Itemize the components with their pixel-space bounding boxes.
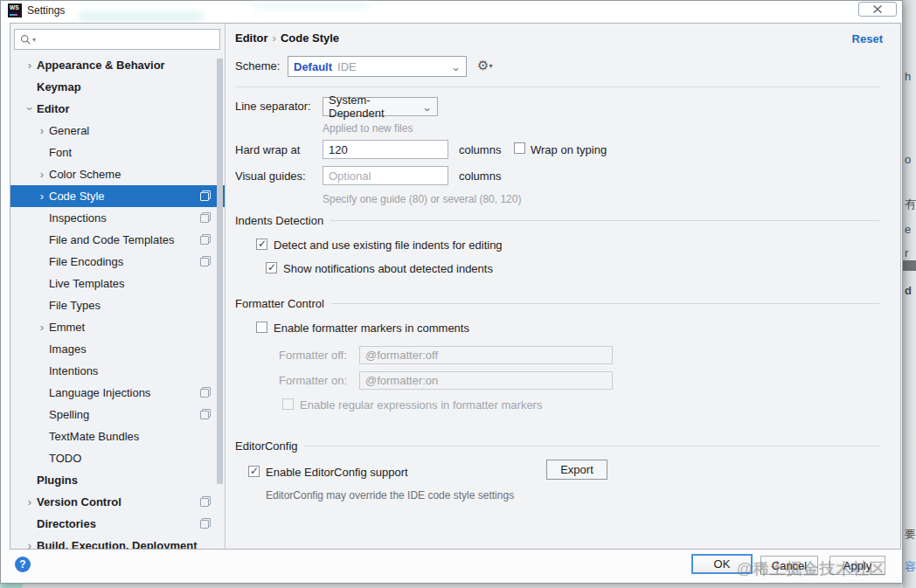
background-page-strip: ho有erd要容 xyxy=(903,0,916,588)
sidebar-item-label: TextMate Bundles xyxy=(47,430,139,443)
sidebar-item-spelling[interactable]: Spelling xyxy=(10,404,225,425)
sidebar-item-code-style[interactable]: ›Code Style xyxy=(10,185,225,207)
sidebar-item-emmet[interactable]: ›Emmet xyxy=(10,316,225,338)
sidebar-item-editor[interactable]: ›Editor xyxy=(10,98,225,120)
settings-window: WS Settings ▾ ›Appearance & BehaviorKeym… xyxy=(0,0,903,584)
sidebar-item-label: Directories xyxy=(35,517,96,530)
enable-editorconfig-label[interactable]: Enable EditorConfig support xyxy=(266,466,408,479)
webstorm-logo-icon: WS xyxy=(8,3,22,17)
breadcrumb: Editor›Code Style xyxy=(235,31,339,45)
sidebar-scrollbar[interactable] xyxy=(217,59,223,484)
indents-detection-section: Indents Detection xyxy=(235,214,879,227)
sidebar-item-file-and-code-templates[interactable]: File and Code Templates xyxy=(10,229,225,251)
sidebar-item-label: File Types xyxy=(47,299,101,312)
line-separator-label: Line separator: xyxy=(235,100,311,113)
visual-guides-label: Visual guides: xyxy=(235,169,306,183)
copy-settings-icon xyxy=(200,212,211,223)
background-text-fragment: 容 xyxy=(905,559,916,575)
background-smudge xyxy=(254,2,368,9)
wrap-on-typing-checkbox[interactable] xyxy=(514,142,525,154)
sidebar-item-build-execution-deployment[interactable]: ›Build, Execution, Deployment xyxy=(10,535,225,549)
close-button[interactable] xyxy=(858,2,897,17)
enable-editorconfig-checkbox[interactable] xyxy=(248,466,260,477)
sidebar-item-todo[interactable]: TODO xyxy=(10,447,225,469)
detect-file-indents-label[interactable]: Detect and use existing file indents for… xyxy=(274,239,503,252)
sidebar-item-general[interactable]: ›General xyxy=(10,120,225,142)
formatter-on-label: Formatter on: xyxy=(279,374,347,387)
sidebar-item-label: Images xyxy=(47,342,87,356)
apply-button[interactable]: Apply xyxy=(829,556,885,575)
expand-chevron-icon[interactable]: › xyxy=(24,495,35,508)
section-title: Indents Detection xyxy=(235,214,323,227)
search-options-caret-icon[interactable]: ▾ xyxy=(32,36,36,44)
sidebar-item-label: Color Scheme xyxy=(47,168,121,181)
detect-file-indents-checkbox[interactable] xyxy=(256,239,267,250)
scheme-gear-menu[interactable]: ⚙▾ xyxy=(477,58,492,73)
expand-chevron-icon[interactable]: › xyxy=(37,190,47,203)
wrap-on-typing-label[interactable]: Wrap on typing xyxy=(531,143,607,156)
ok-button[interactable]: OK xyxy=(691,554,753,574)
chevron-down-icon: › xyxy=(449,62,462,71)
sidebar-item-label: Inspections xyxy=(47,211,107,225)
search-input[interactable]: ▾ xyxy=(14,29,220,50)
close-icon xyxy=(873,5,882,13)
search-icon xyxy=(20,34,31,45)
sidebar-item-label: Font xyxy=(47,146,72,159)
sidebar-item-keymap[interactable]: Keymap xyxy=(10,76,225,98)
sidebar-item-version-control[interactable]: ›Version Control xyxy=(10,491,225,513)
sidebar-item-label: File and Code Templates xyxy=(47,233,175,246)
chevron-down-icon: › xyxy=(420,102,434,111)
cancel-button[interactable]: Cancel xyxy=(760,556,818,575)
background-text-fragment: 要 xyxy=(905,527,916,543)
formatter-control-section: Formatter Control xyxy=(235,297,879,310)
show-notifications-label[interactable]: Show notifications about detected indent… xyxy=(283,262,493,275)
visual-guides-input[interactable] xyxy=(323,166,448,185)
visual-guides-suffix: columns xyxy=(459,169,501,183)
copy-settings-icon xyxy=(200,256,211,266)
help-button[interactable]: ? xyxy=(15,557,31,572)
sidebar-item-directories[interactable]: Directories xyxy=(10,513,225,535)
breadcrumb-parent[interactable]: Editor xyxy=(235,31,268,45)
hard-wrap-label: Hard wrap at xyxy=(235,143,300,156)
expand-chevron-icon[interactable]: › xyxy=(37,321,47,334)
divider xyxy=(235,86,881,87)
sidebar-item-label: Language Injections xyxy=(47,386,150,399)
sidebar-item-label: Emmet xyxy=(47,321,85,334)
scheme-select[interactable]: Default IDE › xyxy=(288,56,467,77)
settings-tree: ›Appearance & BehaviorKeymap›Editor›Gene… xyxy=(10,54,225,549)
sidebar-item-file-types[interactable]: File Types xyxy=(10,294,225,316)
scheme-value: Default xyxy=(294,60,332,73)
expand-chevron-icon[interactable]: › xyxy=(37,168,47,181)
enable-formatter-markers-label[interactable]: Enable formatter markers in comments xyxy=(274,322,469,335)
sidebar-item-textmate-bundles[interactable]: TextMate Bundles xyxy=(10,425,225,447)
expand-chevron-icon[interactable]: › xyxy=(24,59,35,72)
sidebar-item-intentions[interactable]: Intentions xyxy=(10,360,225,382)
sidebar-item-appearance-behavior[interactable]: ›Appearance & Behavior xyxy=(10,54,225,76)
line-separator-hint: Applied to new files xyxy=(323,122,413,135)
sidebar-item-color-scheme[interactable]: ›Color Scheme xyxy=(10,163,225,185)
hard-wrap-input[interactable] xyxy=(323,140,448,159)
enable-formatter-markers-checkbox[interactable] xyxy=(256,322,267,333)
export-button[interactable]: Export xyxy=(546,460,607,480)
sidebar-item-plugins[interactable]: Plugins xyxy=(10,469,225,491)
expand-chevron-icon[interactable]: › xyxy=(24,104,37,114)
background-text-fragment: o xyxy=(905,153,911,166)
section-rule xyxy=(305,446,879,446)
sidebar-item-label: Intentions xyxy=(47,364,98,377)
dropdown-arrow-icon: ▾ xyxy=(489,62,492,70)
formatter-on-input xyxy=(359,371,613,390)
line-separator-select[interactable]: System-Dependent › xyxy=(323,97,438,116)
show-notifications-checkbox[interactable] xyxy=(266,262,277,273)
sidebar-item-file-encodings[interactable]: File Encodings xyxy=(10,251,225,273)
sidebar-item-images[interactable]: Images xyxy=(10,338,225,360)
expand-chevron-icon[interactable]: › xyxy=(37,124,47,137)
sidebar-item-inspections[interactable]: Inspections xyxy=(10,207,225,229)
sidebar-item-font[interactable]: Font xyxy=(10,142,225,163)
title-bar[interactable]: WS Settings xyxy=(1,1,902,21)
reset-link[interactable]: Reset xyxy=(852,32,883,45)
expand-chevron-icon[interactable]: › xyxy=(24,539,35,549)
sidebar-item-live-templates[interactable]: Live Templates xyxy=(10,273,225,294)
sidebar-item-language-injections[interactable]: Language Injections xyxy=(10,382,225,404)
copy-settings-icon xyxy=(200,518,211,529)
editorconfig-section: EditorConfig xyxy=(235,439,879,453)
